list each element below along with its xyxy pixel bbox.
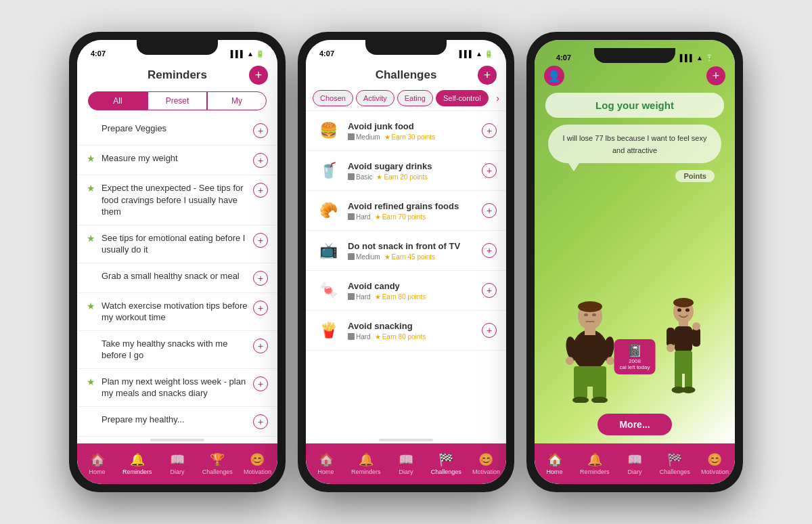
bottom-nav-2: 🏠 Home 🔔 Reminders 📖 Diary 🏁 Challenges … bbox=[306, 443, 506, 484]
reminder-add-button[interactable]: + bbox=[253, 183, 268, 198]
chevron-right-icon: › bbox=[496, 93, 499, 104]
nav-diary[interactable]: 📖 Diary bbox=[157, 452, 197, 475]
nav-diary[interactable]: 📖 Diary bbox=[386, 452, 426, 475]
challenge-level: Hard bbox=[348, 213, 371, 221]
challenges-list: 🍔 Avoid junk food Medium ★ Earn 30 point… bbox=[306, 111, 506, 437]
nav-reminders[interactable]: 🔔 Reminders bbox=[117, 452, 157, 475]
svg-point-2 bbox=[584, 313, 588, 316]
reminders-add-button[interactable]: + bbox=[249, 66, 268, 85]
reminder-add-button[interactable]: + bbox=[253, 153, 268, 168]
motivation-add-button[interactable]: + bbox=[706, 66, 725, 85]
nav-home[interactable]: 🏠 Home bbox=[535, 452, 574, 475]
diary-icon: 📖 bbox=[627, 452, 642, 467]
challenge-info: Avoid candy Hard ★ Earn 80 points bbox=[348, 281, 475, 301]
svg-point-5 bbox=[572, 330, 608, 370]
list-item: ★ Watch exercise motivation tips before … bbox=[77, 293, 277, 331]
challenge-points: ★ Earn 20 points bbox=[376, 173, 428, 181]
reminder-text: Prepare my healthy... bbox=[102, 414, 248, 426]
challenge-name: Avoid candy bbox=[348, 281, 475, 291]
challenge-info: Avoid snacking Hard ★ Earn 80 points bbox=[348, 321, 475, 341]
profile-icon[interactable]: 👤 bbox=[544, 66, 564, 86]
reminder-text: Grab a small healthy snack or meal bbox=[102, 270, 248, 282]
reminders-icon: 🔔 bbox=[359, 452, 374, 467]
svg-rect-21 bbox=[675, 326, 692, 352]
challenge-info: Do not snack in front of TV Medium ★ Ear… bbox=[348, 241, 475, 261]
challenge-icon: 🍔 bbox=[315, 118, 341, 144]
nav-challenges[interactable]: 🏁 Challenges bbox=[426, 452, 466, 475]
nav-diary[interactable]: 📖 Diary bbox=[614, 452, 654, 475]
home-icon: 🏠 bbox=[319, 452, 334, 467]
star-icon: ★ bbox=[87, 233, 96, 244]
challenge-add-button[interactable]: + bbox=[482, 323, 497, 338]
challenge-icon: 🥐 bbox=[315, 198, 341, 223]
level-bar-icon bbox=[348, 253, 355, 260]
challenge-icon: 📺 bbox=[315, 238, 341, 263]
reminder-add-button[interactable]: + bbox=[253, 123, 268, 138]
tab-all[interactable]: All bbox=[88, 91, 148, 110]
challenge-points: ★ Earn 30 points bbox=[384, 133, 436, 141]
nav-challenges[interactable]: 🏆 Challenges bbox=[198, 452, 238, 475]
challenge-name: Avoid sugary drinks bbox=[348, 161, 475, 171]
challenge-add-button[interactable]: + bbox=[482, 243, 497, 258]
reminder-add-button[interactable]: + bbox=[253, 233, 268, 248]
list-item: ★ Expect the unexpected - See tips for f… bbox=[77, 175, 277, 225]
list-item: ★ Plan my next weight loss week - plan m… bbox=[77, 369, 277, 407]
star-icon: ★ bbox=[375, 213, 381, 221]
challenge-level: Basic bbox=[348, 173, 372, 181]
nav-motivation[interactable]: 😊 Motivation bbox=[238, 452, 277, 475]
nav-motivation-label: Motivation bbox=[244, 468, 271, 475]
reminder-add-button[interactable]: + bbox=[253, 414, 268, 429]
home-icon: 🏠 bbox=[90, 452, 105, 467]
list-item: Prepare Veggies + bbox=[77, 116, 277, 146]
diary-badge: 📓 2008 cal left today bbox=[614, 339, 656, 374]
diary-icon: 📖 bbox=[399, 452, 413, 467]
nav-motivation[interactable]: 😊 Motivation bbox=[466, 452, 506, 475]
motivation-icon: 😊 bbox=[707, 452, 722, 467]
star-icon: ★ bbox=[87, 153, 96, 164]
diary-icon: 📖 bbox=[170, 452, 185, 467]
challenge-info: Avoid sugary drinks Basic ★ Earn 20 poin… bbox=[348, 161, 475, 181]
scroll-indicator bbox=[379, 439, 433, 441]
svg-point-30 bbox=[681, 387, 695, 393]
challenge-add-button[interactable]: + bbox=[482, 163, 497, 178]
nav-home-label: Home bbox=[547, 468, 563, 475]
nav-motivation[interactable]: 😊 Motivation bbox=[695, 452, 735, 475]
challenge-level: Hard bbox=[348, 333, 371, 341]
nav-home[interactable]: 🏠 Home bbox=[77, 452, 117, 475]
challenges-add-button[interactable]: + bbox=[478, 66, 497, 85]
nav-reminders[interactable]: 🔔 Reminders bbox=[346, 452, 386, 475]
tab-my[interactable]: My bbox=[207, 91, 267, 110]
reminder-add-button[interactable]: + bbox=[253, 301, 268, 315]
motivation-screen: 👤 + Log your weight I will lose 77 lbs b… bbox=[535, 40, 735, 443]
challenge-info: Avoid refined grains foods Hard ★ Earn 7… bbox=[348, 201, 475, 221]
challenges-tab-bar: Chosen Activity Eating Self-control › bbox=[306, 86, 506, 111]
fat-character-svg bbox=[563, 301, 617, 403]
tab-chosen[interactable]: Chosen bbox=[313, 90, 353, 106]
challenge-add-button[interactable]: + bbox=[482, 203, 497, 218]
level-bar-icon bbox=[348, 173, 355, 180]
log-weight-title: Log your weight bbox=[555, 100, 715, 111]
challenge-add-button[interactable]: + bbox=[482, 123, 497, 138]
reminder-add-button[interactable]: + bbox=[253, 339, 268, 353]
reminders-header: Reminders + bbox=[77, 63, 277, 86]
challenge-add-button[interactable]: + bbox=[482, 283, 497, 298]
motivation-icon: 😊 bbox=[250, 452, 265, 467]
list-item: 📺 Do not snack in front of TV Medium ★ E… bbox=[306, 231, 506, 271]
reminder-add-button[interactable]: + bbox=[253, 376, 268, 391]
challenge-meta: Medium ★ Earn 30 points bbox=[348, 133, 475, 141]
nav-challenges[interactable]: 🏁 Challenges bbox=[655, 452, 695, 475]
challenges-title: Challenges bbox=[376, 68, 437, 82]
tab-self-control[interactable]: Self-control bbox=[436, 90, 489, 106]
more-button[interactable]: More... bbox=[597, 414, 671, 435]
tab-eating[interactable]: Eating bbox=[397, 90, 433, 106]
nav-reminders[interactable]: 🔔 Reminders bbox=[574, 452, 614, 475]
tab-activity[interactable]: Activity bbox=[356, 90, 394, 106]
tab-preset[interactable]: Preset bbox=[148, 91, 207, 110]
challenge-level: Medium bbox=[348, 253, 380, 261]
reminder-text: Plan my next weight loss week - plan my … bbox=[102, 376, 248, 399]
list-item: ★ See tips for emotional eating before I… bbox=[77, 225, 277, 263]
list-item: 🍟 Avoid snacking Hard ★ Earn 80 points bbox=[306, 311, 506, 351]
reminder-add-button[interactable]: + bbox=[253, 271, 268, 286]
nav-home[interactable]: 🏠 Home bbox=[306, 452, 346, 475]
reminder-text: See tips for emotional eating before I u… bbox=[102, 232, 248, 256]
